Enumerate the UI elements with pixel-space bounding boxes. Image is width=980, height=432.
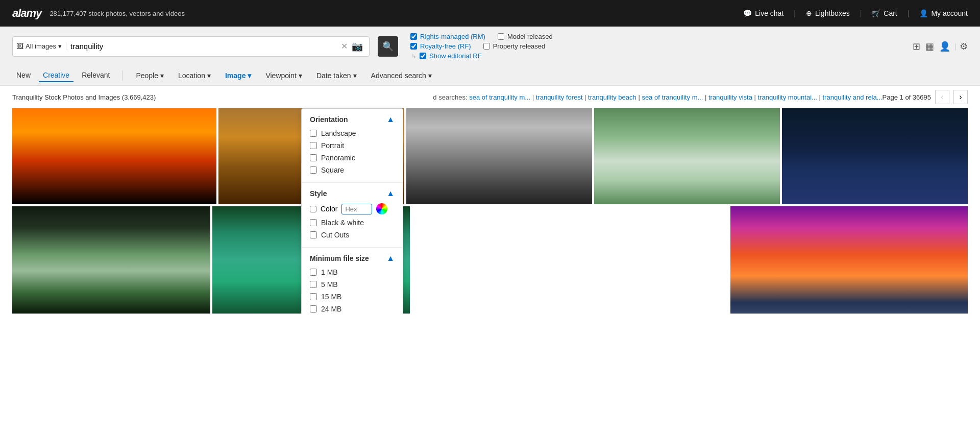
header-divider: | xyxy=(794,9,796,17)
size-1mb-option[interactable]: 1 MB xyxy=(310,268,395,276)
size-15mb-checkbox[interactable] xyxy=(310,293,317,300)
related-link-4[interactable]: sea of tranquility m... xyxy=(642,93,703,101)
toolbar-row: New Creative Relevant People ▾ Location … xyxy=(0,66,980,86)
page-label: Page 1 of 36695 xyxy=(883,93,931,101)
view-controls: ⊞ ▦ 👤 | ⚙ xyxy=(912,40,968,53)
file-size-header: Minimum file size ▲ xyxy=(310,254,395,263)
chevron-down-icon: ▾ xyxy=(58,42,62,50)
related-link-6[interactable]: tranquility mountai... xyxy=(758,93,817,101)
image-item-6[interactable] xyxy=(12,206,210,314)
prev-page-button[interactable]: ‹ xyxy=(935,90,949,104)
header-right: 💬 Live chat | ⊕ Lightboxes | 🛒 Cart | 👤 … xyxy=(743,9,968,17)
site-header: alamy 281,177,407 stock photos, vectors … xyxy=(0,0,980,27)
dropdown-advanced-search[interactable]: Advanced search ▾ xyxy=(366,69,437,82)
search-input[interactable] xyxy=(66,42,339,51)
related-searches: d searches: sea of tranquility m... | tr… xyxy=(433,93,882,101)
image-row-2 xyxy=(12,206,968,314)
hex-color-input[interactable] xyxy=(341,204,372,214)
style-header: Style ▲ xyxy=(310,189,395,198)
related-link-7[interactable]: tranquility and rela... xyxy=(823,93,883,101)
header-tagline: 281,177,407 stock photos, vectors and vi… xyxy=(50,10,185,17)
orientation-header: Orientation ▲ xyxy=(310,115,395,124)
search-filter-options: Rights-managed (RM) Model released Royal… xyxy=(410,33,553,60)
chevron-down-icon: ▾ xyxy=(353,71,357,80)
image-item-5[interactable] xyxy=(782,108,968,204)
image-item-1[interactable] xyxy=(12,108,216,204)
image-filter-dropdown: Orientation ▲ Landscape Portrait Panoram… xyxy=(301,108,403,314)
size-24mb-option[interactable]: 24 MB xyxy=(310,305,395,313)
panoramic-checkbox[interactable] xyxy=(310,154,317,161)
next-page-button[interactable]: › xyxy=(953,90,968,104)
square-option[interactable]: Square xyxy=(310,166,395,174)
toolbar-separator xyxy=(122,70,122,81)
size-15mb-option[interactable]: 15 MB xyxy=(310,293,395,301)
search-button[interactable]: 🔍 xyxy=(378,36,398,57)
pagination: Page 1 of 36695 ‹ › xyxy=(883,90,968,104)
settings-icon[interactable]: ⚙ xyxy=(960,41,968,52)
clear-search-icon[interactable]: ✕ xyxy=(339,41,350,51)
dropdown-location[interactable]: Location ▾ xyxy=(173,69,216,82)
image-item-8-placeholder xyxy=(412,206,728,314)
cut-outs-checkbox[interactable] xyxy=(310,231,317,238)
dropdown-people[interactable]: People ▾ xyxy=(131,69,169,82)
orientation-collapse-icon[interactable]: ▲ xyxy=(386,115,395,124)
tab-relevant[interactable]: Relevant xyxy=(78,69,114,82)
chevron-down-icon: ▾ xyxy=(160,71,164,80)
show-editorial-checkbox[interactable]: Show editorial RF xyxy=(420,52,482,60)
file-size-collapse-icon[interactable]: ▲ xyxy=(386,254,395,263)
color-checkbox[interactable] xyxy=(310,206,316,212)
header-divider3: | xyxy=(908,9,910,17)
info-view-icon[interactable]: 👤 xyxy=(938,40,951,53)
portrait-option[interactable]: Portrait xyxy=(310,141,395,150)
lightboxes-link[interactable]: ⊕ Lightboxes xyxy=(806,9,850,17)
size-5mb-checkbox[interactable] xyxy=(310,281,317,288)
black-white-option[interactable]: Black & white xyxy=(310,219,395,227)
related-link-5[interactable]: tranquility vista xyxy=(708,93,752,101)
dropdown-date-taken[interactable]: Date taken ▾ xyxy=(311,69,362,82)
style-collapse-icon[interactable]: ▲ xyxy=(386,189,395,198)
size-5mb-option[interactable]: 5 MB xyxy=(310,280,395,289)
size-24mb-checkbox[interactable] xyxy=(310,305,317,313)
portrait-checkbox[interactable] xyxy=(310,142,317,149)
view-divider: | xyxy=(954,42,957,51)
color-row: Color xyxy=(310,203,395,214)
camera-search-icon[interactable]: 📷 xyxy=(350,41,365,52)
live-chat-link[interactable]: 💬 Live chat xyxy=(743,9,783,17)
lightboxes-icon: ⊕ xyxy=(806,9,812,17)
dropdown-viewpoint[interactable]: Viewpoint ▾ xyxy=(260,69,307,82)
search-type-dropdown[interactable]: 🖼 All images ▾ xyxy=(17,42,66,50)
black-white-checkbox[interactable] xyxy=(310,219,317,226)
tab-new[interactable]: New xyxy=(12,69,35,82)
grid-view-icon[interactable]: ⊞ xyxy=(912,40,921,53)
panoramic-option[interactable]: Panoramic xyxy=(310,154,395,162)
dropdown-image[interactable]: Image ▾ xyxy=(220,69,256,82)
image-row-1 xyxy=(12,108,968,204)
orientation-section: Orientation ▲ Landscape Portrait Panoram… xyxy=(302,109,403,183)
landscape-checkbox[interactable] xyxy=(310,130,317,137)
related-link-1[interactable]: sea of tranquility m... xyxy=(469,93,530,101)
landscape-option[interactable]: Landscape xyxy=(310,129,395,137)
property-released-checkbox[interactable]: Property released xyxy=(483,42,546,50)
my-account-link[interactable]: 👤 My account xyxy=(919,9,968,17)
color-wheel[interactable] xyxy=(376,203,387,214)
min-file-size-section: Minimum file size ▲ 1 MB 5 MB 15 MB 24 M… xyxy=(302,248,403,314)
account-icon: 👤 xyxy=(919,9,928,17)
chevron-down-icon: ▾ xyxy=(299,71,302,80)
cart-link[interactable]: 🛒 Cart xyxy=(872,9,897,17)
model-released-checkbox[interactable]: Model released xyxy=(498,33,553,40)
image-item-9[interactable] xyxy=(730,206,968,314)
image-item-4[interactable] xyxy=(594,108,780,204)
image-grid xyxy=(12,108,968,314)
related-link-3[interactable]: tranquility beach xyxy=(588,93,636,101)
related-link-2[interactable]: tranquility forest xyxy=(536,93,583,101)
square-checkbox[interactable] xyxy=(310,166,317,174)
list-view-icon[interactable]: ▦ xyxy=(924,40,935,53)
size-1mb-checkbox[interactable] xyxy=(310,269,317,276)
image-item-3[interactable] xyxy=(406,108,592,204)
search-icon: 🔍 xyxy=(382,41,394,52)
rights-managed-checkbox[interactable]: Rights-managed (RM) xyxy=(410,33,485,40)
royalty-free-checkbox[interactable]: Royalty-free (RF) xyxy=(410,42,471,50)
logo[interactable]: alamy xyxy=(12,7,41,20)
tab-creative[interactable]: Creative xyxy=(39,69,74,82)
cut-outs-option[interactable]: Cut Outs xyxy=(310,231,395,239)
